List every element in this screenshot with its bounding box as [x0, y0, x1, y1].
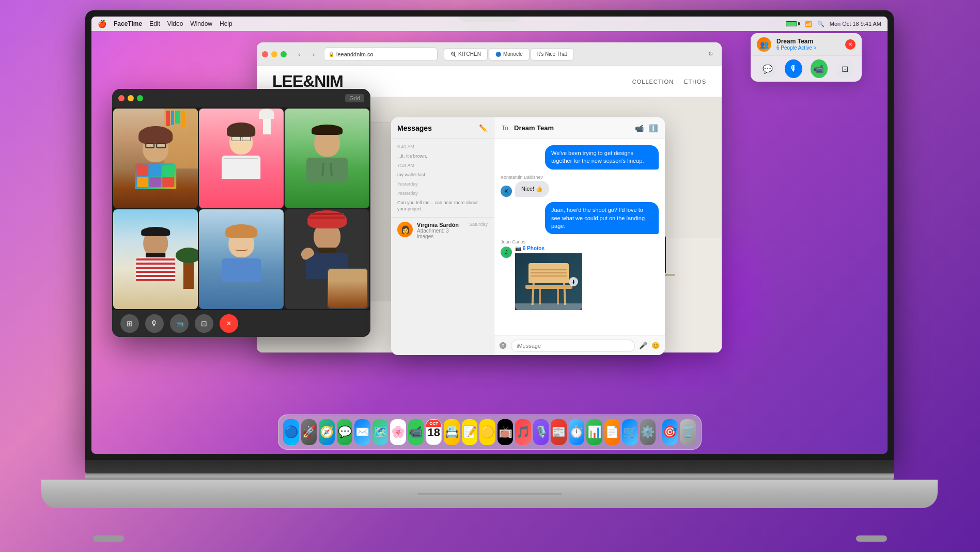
dock-appstore[interactable]: 🛒 — [622, 419, 637, 445]
browser-traffic-lights — [262, 51, 287, 57]
bubble-sent-1-text: We've been trying to get designs togethe… — [545, 145, 659, 170]
dock-maps[interactable]: 🗺️ — [372, 419, 388, 445]
browser-tab-monocle[interactable]: 🔵 Monocle — [489, 48, 530, 60]
site-nav-collection[interactable]: COLLECTION — [632, 79, 674, 85]
messages-audio-icon[interactable]: 🎤 — [639, 342, 647, 349]
browser-toolbar: ‹ › 🔒 leeanddnim.co 🍳 KITCHEN 🔵 Monocle — [257, 42, 722, 66]
macbook-trackpad-hint — [417, 493, 562, 495]
dock-appletv[interactable]: 📺 — [497, 419, 513, 445]
dock-music[interactable]: 🎵 — [515, 419, 531, 445]
facetime-camera-button[interactable]: 📹 — [170, 314, 189, 333]
messages-header: To: Dream Team 📹 ℹ️ — [494, 117, 665, 139]
bubble-sent-2-text: Juan, how'd the shoot go? I'd love to se… — [545, 202, 659, 234]
hud-title: Dream Team — [776, 38, 817, 45]
hud-subtitle[interactable]: 6 People Active > — [776, 45, 817, 51]
bubble-received-konstantin-text: Nice! 👍 — [515, 181, 549, 197]
facetime-window: Grid — [112, 89, 370, 337]
url-text: leeanddnim.co — [336, 51, 374, 57]
browser-address-bar[interactable]: 🔒 leeanddnim.co — [324, 48, 438, 61]
hud-title-group: Dream Team 6 People Active > — [776, 38, 817, 51]
facetime-titlebar: Grid — [112, 89, 370, 108]
dock-notes-widget[interactable]: 📇 — [444, 419, 459, 445]
chat-bubble-photos: Juan Carlos J 📷 6 Photos — [501, 239, 582, 310]
dock-finder[interactable]: 🔵 — [283, 419, 299, 445]
messages-compose-icon[interactable]: ✏️ — [479, 124, 488, 132]
dock-systempreferences[interactable]: ⚙️ — [640, 419, 656, 445]
facetime-participant-3 — [285, 109, 369, 208]
browser-back-button[interactable]: ‹ — [293, 48, 305, 60]
dock-trash[interactable]: 🗑️ — [680, 419, 695, 445]
hud-camera-button[interactable]: 📹 — [811, 59, 828, 78]
dock-photos[interactable]: 🌸 — [390, 419, 406, 445]
virginia-preview: Attachment: 3 images — [417, 228, 465, 239]
messages-emoji-icon[interactable]: 😊 — [651, 342, 660, 349]
menu-help[interactable]: Help — [220, 20, 232, 27]
facetime-maximize-button[interactable] — [137, 95, 143, 101]
dock-numbers[interactable]: 📊 — [586, 419, 602, 445]
hud-microphone-button[interactable]: 🎙 — [785, 59, 802, 78]
search-icon[interactable]: 🔍 — [817, 21, 825, 27]
konstantin-sender-name: Konstantin Babishev — [501, 175, 549, 180]
messages-info-icon[interactable]: ℹ️ — [649, 124, 658, 132]
dock-stickies[interactable]: 🟡 — [479, 419, 495, 445]
facetime-participant-2 — [199, 109, 284, 208]
menu-window[interactable]: Window — [190, 20, 212, 27]
dock-safari[interactable]: 🧭 — [319, 419, 334, 445]
menu-video[interactable]: Video — [167, 20, 183, 27]
juan-photos-label: 📷 6 Photos — [515, 246, 582, 251]
participant-4-face — [113, 209, 198, 309]
messages-app-title: Messages — [397, 124, 432, 132]
facetime-grid-view-button[interactable]: ⊞ — [120, 314, 139, 333]
dock-news[interactable]: 📰 — [551, 419, 566, 445]
dock-podcasts[interactable]: 🎙️ — [533, 419, 549, 445]
messages-time-label-2: 7:34 AM — [395, 162, 490, 169]
messages-time-label-yesterday2: Yesterday — [395, 190, 490, 197]
facetime-close-button[interactable] — [118, 95, 125, 101]
menu-edit[interactable]: Edit — [149, 20, 160, 27]
menu-app-name[interactable]: FaceTime — [114, 20, 142, 27]
dock-launchpad[interactable]: 🚀 — [301, 419, 317, 445]
hud-message-button[interactable]: 💬 — [759, 59, 776, 78]
dock-calendar[interactable]: OCT 18 — [426, 419, 442, 445]
facetime-controls: ⊞ 🎙 📹 ⊡ ✕ — [112, 310, 370, 337]
photo-download-icon[interactable]: ⬇ — [569, 277, 578, 286]
participant-2-face — [199, 109, 284, 208]
facetime-mute-button[interactable]: 🎙 — [145, 314, 164, 333]
dock-screenrecorder[interactable]: 🎯 — [662, 419, 678, 445]
site-logo: LEE&NIM — [272, 72, 343, 91]
facetime-end-call-button[interactable]: ✕ — [220, 314, 238, 333]
messages-time-label-1: 9:41 AM — [395, 143, 490, 150]
dock-mail[interactable]: ✉️ — [354, 419, 370, 445]
dock-screentime[interactable]: ⏱️ — [569, 419, 584, 445]
hud-close-button[interactable]: ✕ — [845, 39, 855, 50]
facetime-share-button[interactable]: ⊡ — [195, 314, 213, 333]
browser-tabs: 🍳 KITCHEN 🔵 Monocle It's Nice That — [444, 48, 574, 60]
facetime-minimize-button[interactable] — [128, 95, 134, 101]
site-nav-ethos[interactable]: ETHOS — [684, 79, 706, 85]
browser-maximize-button[interactable] — [281, 51, 287, 57]
chat-bubble-received-konstantin: Konstantin Babishev K Nice! 👍 — [501, 175, 549, 197]
hud-more-button[interactable]: ⊡ — [836, 59, 853, 78]
messages-conversation-virginia[interactable]: 👩 Virginia Sardón Attachment: 3 images S… — [391, 217, 494, 243]
messages-apps-icon[interactable]: 🅐 — [500, 342, 507, 350]
dock-pages[interactable]: 📄 — [604, 419, 620, 445]
dock-messages[interactable]: 💬 — [337, 419, 352, 445]
messages-preview-2: my wallet last — [395, 171, 490, 178]
juan-chair-photo[interactable]: ⬇ — [515, 253, 582, 310]
dock-notes[interactable]: 📝 — [462, 419, 477, 445]
browser-close-button[interactable] — [262, 51, 268, 57]
browser-tab-nicethat[interactable]: It's Nice That — [531, 48, 574, 60]
facetime-participant-5 — [199, 209, 284, 309]
browser-tab-kitchen[interactable]: 🍳 KITCHEN — [444, 48, 488, 60]
browser-minimize-button[interactable] — [271, 51, 277, 57]
messages-video-icon[interactable]: 📹 — [635, 124, 644, 132]
desktop: 🍎 FaceTime Edit Video Window Help 📶 🔍 Mo… — [91, 17, 888, 454]
browser-forward-button[interactable]: › — [307, 48, 320, 60]
messages-input[interactable] — [511, 340, 635, 352]
browser-refresh-button[interactable]: ↻ — [704, 48, 717, 60]
hud-header: 👥 Dream Team 6 People Active > ✕ — [751, 33, 862, 56]
messages-sidebar: Messages ✏️ 9:41 AM ...it. It's brown, 7… — [391, 117, 494, 355]
facetime-participant-1 — [113, 109, 198, 208]
dock-facetime[interactable]: 📹 — [408, 419, 424, 445]
apple-logo-icon[interactable]: 🍎 — [98, 20, 106, 28]
